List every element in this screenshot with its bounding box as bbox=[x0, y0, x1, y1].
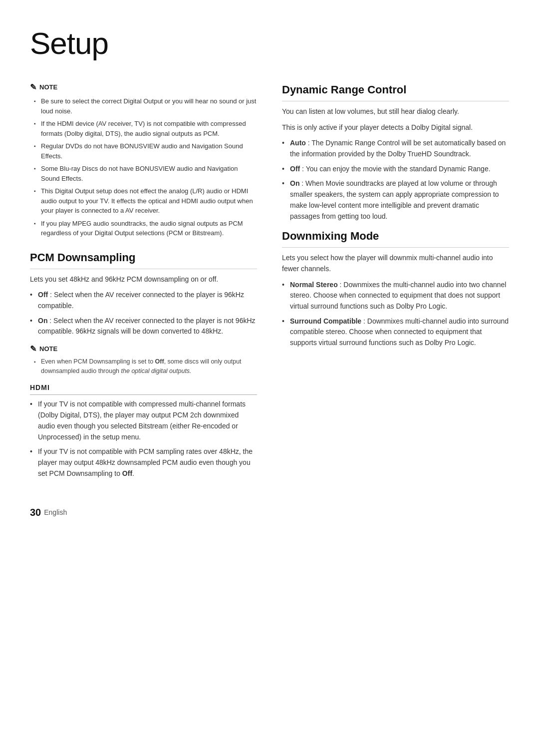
dynamic-range-title: Dynamic Range Control bbox=[282, 81, 509, 101]
top-note-block: ✎ NOTE Be sure to select the correct Dig… bbox=[30, 81, 257, 238]
hdmi-bullet-1: If your TV is not compatible with compre… bbox=[30, 399, 257, 442]
drc-bullet-on: On : When Movie soundtracks are played a… bbox=[282, 178, 509, 222]
downmix-bullet-normal: Normal Stereo : Downmixes the multi-chan… bbox=[282, 280, 509, 312]
note-item-2: If the HDMI device (AV receiver, TV) is … bbox=[34, 119, 257, 138]
page-number: 30 bbox=[30, 505, 41, 520]
downmixing-bullet-list: Normal Stereo : Downmixes the multi-chan… bbox=[282, 280, 509, 349]
downmix-bullet-surround: Surround Compatible : Downmixes multi-ch… bbox=[282, 316, 509, 349]
note-label-text: NOTE bbox=[39, 82, 57, 92]
note-item-5: This Digital Output setup does not effec… bbox=[34, 186, 257, 216]
hdmi-bullet-2: If your TV is not compatible with PCM sa… bbox=[30, 446, 257, 479]
left-column: ✎ NOTE Be sure to select the correct Dig… bbox=[30, 81, 257, 485]
pcm-section: PCM Downsampling Lets you set 48kHz and … bbox=[30, 249, 257, 376]
dynamic-range-section: Dynamic Range Control You can listen at … bbox=[282, 81, 509, 222]
pcm-bullet-on: On : Select when the AV receiver connect… bbox=[30, 316, 257, 337]
note-item-6: If you play MPEG audio soundtracks, the … bbox=[34, 219, 257, 238]
downmixing-desc: Lets you select how the player will down… bbox=[282, 253, 509, 274]
pcm-sub-note-item: Even when PCM Downsampling is set to Off… bbox=[34, 357, 257, 376]
hdmi-bullet-list: If your TV is not compatible with compre… bbox=[30, 399, 257, 479]
note-item-4: Some Blu-ray Discs do not have BONUSVIEW… bbox=[34, 164, 257, 183]
note-item-1: Be sure to select the correct Digital Ou… bbox=[34, 96, 257, 116]
page-title: Setup bbox=[30, 20, 509, 66]
dynamic-range-desc1: You can listen at low volumes, but still… bbox=[282, 106, 509, 117]
pcm-section-desc: Lets you set 48kHz and 96kHz PCM downsam… bbox=[30, 274, 257, 285]
page-footer: 30 English bbox=[30, 505, 509, 520]
dynamic-range-desc2: This is only active if your player detec… bbox=[282, 122, 509, 133]
pcm-section-title: PCM Downsampling bbox=[30, 249, 257, 269]
downmixing-title: Downmixing Mode bbox=[282, 228, 509, 248]
pcm-sub-note-icon: ✎ bbox=[30, 343, 36, 355]
pcm-bullet-off: Off : Select when the AV receiver connec… bbox=[30, 290, 257, 311]
hdmi-section: HDMI If your TV is not compatible with c… bbox=[30, 382, 257, 479]
note-list: Be sure to select the correct Digital Ou… bbox=[30, 96, 257, 238]
downmixing-section: Downmixing Mode Lets you select how the … bbox=[282, 228, 509, 349]
pcm-sub-note-label: ✎ NOTE bbox=[30, 343, 257, 355]
dynamic-range-bullet-list: Auto : The Dynamic Range Control will be… bbox=[282, 138, 509, 222]
pcm-sub-note-list: Even when PCM Downsampling is set to Off… bbox=[30, 357, 257, 376]
drc-bullet-off: Off : You can enjoy the movie with the s… bbox=[282, 164, 509, 175]
hdmi-label: HDMI bbox=[30, 382, 257, 395]
drc-bullet-auto: Auto : The Dynamic Range Control will be… bbox=[282, 138, 509, 159]
pcm-sub-note-text: NOTE bbox=[39, 344, 57, 354]
note-label: ✎ NOTE bbox=[30, 81, 257, 93]
right-column: Dynamic Range Control You can listen at … bbox=[282, 81, 509, 485]
note-icon: ✎ bbox=[30, 81, 36, 93]
note-item-3: Regular DVDs do not have BONUSVIEW audio… bbox=[34, 141, 257, 161]
page-lang: English bbox=[44, 507, 67, 518]
pcm-bullet-list: Off : Select when the AV receiver connec… bbox=[30, 290, 257, 337]
